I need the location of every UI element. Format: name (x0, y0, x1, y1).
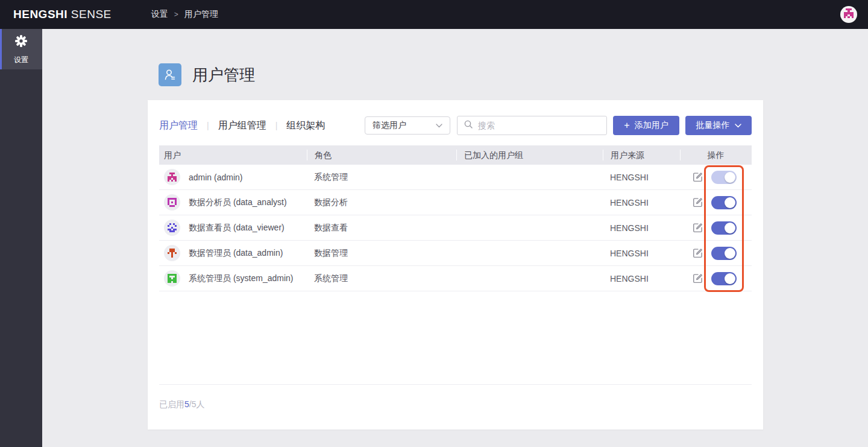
user-avatar-button[interactable] (840, 6, 857, 23)
sidebar-item-label: 设置 (14, 55, 28, 65)
add-user-button[interactable]: + 添加用户 (613, 116, 679, 135)
user-cell: 系统管理员 (system_admin) (159, 270, 307, 287)
user-source: HENGSHI (603, 249, 680, 258)
actions-cell (680, 272, 751, 285)
sidebar-item-settings[interactable]: 设置 (0, 29, 42, 69)
enabled-toggle[interactable] (711, 247, 737, 260)
search-box (457, 116, 607, 135)
edit-user-button[interactable] (692, 197, 703, 208)
tab-separator: | (207, 121, 209, 130)
user-avatar (164, 169, 180, 185)
user-management-card: 用户管理|用户组管理|组织架构 筛选用户 + 添加用户 批量操作 (148, 100, 763, 430)
user-name: 数据查看员 (data_viewer) (189, 223, 285, 233)
user-avatar (164, 270, 180, 287)
filter-user-dropdown[interactable]: 筛选用户 (365, 116, 450, 135)
breadcrumb-item[interactable]: 设置 (151, 9, 168, 20)
enabled-toggle[interactable] (711, 221, 737, 235)
enabled-suffix: /5人 (189, 399, 205, 409)
toolbar: 用户管理|用户组管理|组织架构 筛选用户 + 添加用户 批量操作 (159, 116, 752, 135)
table-row: 系统管理员 (system_admin) 系统管理 HENGSHI (159, 266, 752, 291)
actions-cell (680, 247, 751, 260)
edit-user-button[interactable] (692, 247, 703, 259)
breadcrumb-separator: > (174, 10, 178, 19)
app-logo: HENGSHI SENSE (13, 8, 112, 21)
edit-user-button[interactable] (692, 222, 703, 233)
user-name: admin (admin) (189, 173, 242, 182)
user-cell: 数据分析员 (data_analyst) (159, 194, 307, 211)
batch-actions-label: 批量操作 (696, 120, 730, 131)
chevron-down-icon (735, 124, 741, 128)
logo-secondary: SENSE (71, 8, 112, 21)
breadcrumb-item[interactable]: 用户管理 (184, 9, 218, 20)
column-header: 用户 (159, 150, 307, 160)
user-source: HENGSHI (603, 173, 680, 182)
user-role: 系统管理 (307, 273, 456, 284)
main-content: 用户管理 用户管理|用户组管理|组织架构 筛选用户 + 添加用户 (42, 29, 868, 447)
user-identicon-icon (844, 8, 854, 21)
tabs: 用户管理|用户组管理|组织架构 (159, 119, 325, 132)
table-body: admin (admin) 系统管理 HENGSHI 数据分析员 (data_a… (159, 165, 752, 291)
tab-user-management[interactable]: 用户管理 (159, 119, 198, 132)
column-header: 已加入的用户组 (456, 150, 603, 160)
user-source: HENGSHI (603, 274, 680, 284)
user-role: 数据管理 (307, 248, 456, 259)
enabled-count: 5 (184, 399, 189, 409)
user-avatar (164, 220, 180, 236)
user-avatar (164, 245, 180, 261)
table-row: admin (admin) 系统管理 HENGSHI (159, 165, 752, 190)
user-name: 数据分析员 (data_analyst) (189, 197, 287, 208)
add-user-label: 添加用户 (635, 120, 668, 131)
user-name: 系统管理员 (system_admin) (189, 273, 293, 284)
enabled-prefix: 已启用 (159, 399, 184, 409)
batch-actions-button[interactable]: 批量操作 (685, 116, 752, 135)
user-role: 系统管理 (307, 172, 456, 183)
table-row: 数据分析员 (data_analyst) 数据分析 HENGSHI (159, 190, 752, 215)
table-row: 数据管理员 (data_admin) 数据管理 HENGSHI (159, 241, 752, 266)
column-header: 操作 (680, 150, 751, 160)
user-name: 数据管理员 (data_admin) (189, 248, 283, 259)
gear-icon (14, 34, 28, 51)
footer-divider (159, 384, 752, 385)
edit-user-button[interactable] (692, 171, 703, 183)
enabled-count-status: 已启用5/5人 (159, 399, 204, 410)
table-row: 数据查看员 (data_viewer) 数据查看 HENGSHI (159, 215, 752, 241)
actions-cell (680, 196, 751, 209)
sidebar: 设置 (0, 29, 42, 447)
chevron-down-icon (436, 124, 442, 128)
edit-user-button[interactable] (692, 273, 703, 284)
user-role: 数据查看 (307, 223, 456, 233)
user-management-icon (159, 63, 181, 86)
table-header: 用户角色已加入的用户组用户来源操作 (159, 145, 752, 165)
breadcrumb: 设置>用户管理 (151, 9, 218, 20)
actions-cell (680, 221, 751, 235)
page-title: 用户管理 (192, 65, 255, 86)
user-role: 数据分析 (307, 197, 456, 208)
column-header: 角色 (307, 150, 456, 160)
search-icon (464, 119, 473, 132)
user-cell: 数据查看员 (data_viewer) (159, 220, 307, 236)
column-header: 用户来源 (603, 150, 680, 160)
filter-dropdown-label: 筛选用户 (373, 120, 406, 131)
search-input[interactable] (478, 121, 600, 130)
user-avatar (164, 194, 180, 211)
user-source: HENGSHI (603, 198, 680, 208)
topbar: HENGSHI SENSE 设置>用户管理 (0, 0, 868, 29)
enabled-toggle[interactable] (711, 196, 737, 209)
tab-org-structure[interactable]: 组织架构 (286, 119, 325, 132)
tab-separator: | (275, 121, 278, 130)
page-header: 用户管理 (159, 63, 255, 86)
plus-icon: + (624, 121, 629, 130)
users-table: 用户角色已加入的用户组用户来源操作 admin (admin) 系统管理 HEN… (159, 145, 752, 291)
actions-cell (680, 171, 751, 184)
logo-primary: HENGSHI (13, 8, 68, 21)
tab-user-group-management[interactable]: 用户组管理 (218, 119, 266, 132)
user-source: HENGSHI (603, 223, 680, 233)
enabled-toggle[interactable] (711, 272, 737, 285)
enabled-toggle[interactable] (711, 171, 737, 184)
user-cell: 数据管理员 (data_admin) (159, 245, 307, 261)
user-cell: admin (admin) (159, 169, 307, 185)
